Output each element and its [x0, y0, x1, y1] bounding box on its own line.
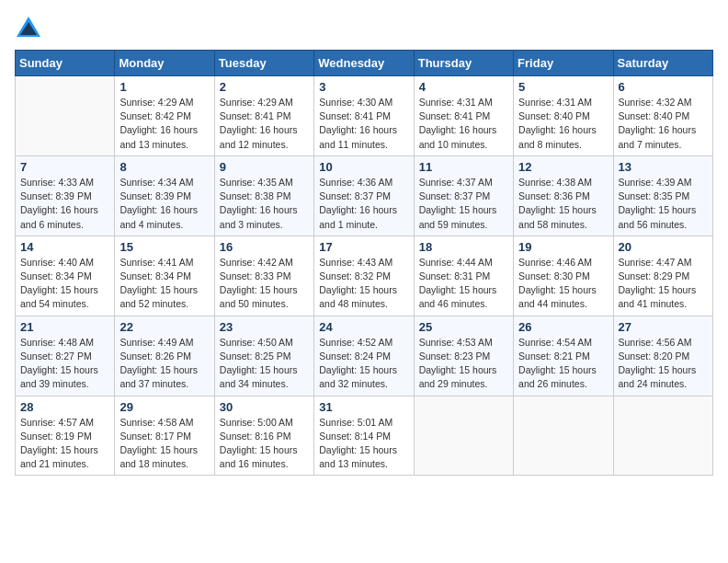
day-info: Sunrise: 4:38 AMSunset: 8:36 PMDaylight:… [518, 176, 608, 232]
day-info: Sunrise: 4:56 AMSunset: 8:20 PMDaylight:… [619, 336, 708, 392]
header-cell-tuesday: Tuesday [214, 51, 313, 76]
day-info: Sunrise: 4:31 AMSunset: 8:41 PMDaylight:… [419, 96, 508, 152]
day-info: Sunrise: 4:52 AMSunset: 8:24 PMDaylight:… [319, 336, 408, 392]
calendar-cell [514, 396, 613, 476]
day-number: 17 [319, 240, 408, 254]
calendar-week-row: 14Sunrise: 4:40 AMSunset: 8:34 PMDayligh… [16, 236, 713, 316]
day-number: 4 [419, 80, 508, 94]
calendar-week-row: 21Sunrise: 4:48 AMSunset: 8:27 PMDayligh… [16, 316, 713, 396]
day-number: 13 [619, 160, 708, 174]
day-info: Sunrise: 4:50 AMSunset: 8:25 PMDaylight:… [220, 336, 309, 392]
calendar-body: 1Sunrise: 4:29 AMSunset: 8:42 PMDaylight… [16, 76, 713, 476]
calendar-cell: 10Sunrise: 4:36 AMSunset: 8:37 PMDayligh… [314, 155, 414, 236]
calendar-cell: 21Sunrise: 4:48 AMSunset: 8:27 PMDayligh… [16, 316, 115, 396]
calendar-cell: 15Sunrise: 4:41 AMSunset: 8:34 PMDayligh… [115, 236, 214, 316]
day-info: Sunrise: 4:49 AMSunset: 8:26 PMDaylight:… [119, 336, 209, 392]
day-number: 21 [20, 320, 109, 334]
calendar-cell: 31Sunrise: 5:01 AMSunset: 8:14 PMDayligh… [314, 396, 414, 476]
day-number: 7 [20, 160, 109, 174]
day-number: 5 [518, 80, 608, 94]
day-info: Sunrise: 5:00 AMSunset: 8:16 PMDaylight:… [220, 416, 309, 472]
calendar-cell: 18Sunrise: 4:44 AMSunset: 8:31 PMDayligh… [414, 236, 513, 316]
day-number: 9 [220, 160, 309, 174]
day-number: 19 [518, 240, 608, 254]
day-info: Sunrise: 4:39 AMSunset: 8:35 PMDaylight:… [619, 176, 708, 232]
calendar-cell: 17Sunrise: 4:43 AMSunset: 8:32 PMDayligh… [314, 236, 414, 316]
day-number: 31 [319, 400, 408, 414]
day-number: 25 [419, 320, 508, 334]
calendar-cell: 27Sunrise: 4:56 AMSunset: 8:20 PMDayligh… [613, 316, 712, 396]
day-number: 16 [220, 240, 309, 254]
day-number: 27 [619, 320, 708, 334]
calendar-cell: 22Sunrise: 4:49 AMSunset: 8:26 PMDayligh… [115, 316, 214, 396]
calendar-week-row: 1Sunrise: 4:29 AMSunset: 8:42 PMDaylight… [16, 76, 713, 156]
calendar-table: SundayMondayTuesdayWednesdayThursdayFrid… [15, 50, 713, 476]
page-header [15, 15, 713, 42]
calendar-cell: 20Sunrise: 4:47 AMSunset: 8:29 PMDayligh… [613, 236, 712, 316]
day-info: Sunrise: 4:30 AMSunset: 8:41 PMDaylight:… [319, 96, 408, 152]
day-info: Sunrise: 4:47 AMSunset: 8:29 PMDaylight:… [619, 256, 708, 312]
calendar-cell: 24Sunrise: 4:52 AMSunset: 8:24 PMDayligh… [314, 316, 414, 396]
header-cell-wednesday: Wednesday [314, 51, 414, 76]
day-info: Sunrise: 4:41 AMSunset: 8:34 PMDaylight:… [119, 256, 209, 312]
day-info: Sunrise: 4:42 AMSunset: 8:33 PMDaylight:… [220, 256, 309, 312]
day-number: 18 [419, 240, 508, 254]
day-number: 10 [319, 160, 408, 174]
calendar-cell [613, 396, 712, 476]
day-number: 3 [319, 80, 408, 94]
calendar-cell: 14Sunrise: 4:40 AMSunset: 8:34 PMDayligh… [16, 236, 115, 316]
calendar-cell: 9Sunrise: 4:35 AMSunset: 8:38 PMDaylight… [214, 155, 313, 236]
day-info: Sunrise: 4:37 AMSunset: 8:37 PMDaylight:… [419, 176, 508, 232]
calendar-cell: 29Sunrise: 4:58 AMSunset: 8:17 PMDayligh… [115, 396, 214, 476]
header-cell-saturday: Saturday [613, 51, 712, 76]
day-info: Sunrise: 4:32 AMSunset: 8:40 PMDaylight:… [619, 96, 708, 152]
calendar-cell: 4Sunrise: 4:31 AMSunset: 8:41 PMDaylight… [414, 76, 513, 156]
day-number: 20 [619, 240, 708, 254]
day-number: 11 [419, 160, 508, 174]
calendar-cell: 5Sunrise: 4:31 AMSunset: 8:40 PMDaylight… [514, 76, 613, 156]
day-info: Sunrise: 4:48 AMSunset: 8:27 PMDaylight:… [20, 336, 109, 392]
calendar-week-row: 7Sunrise: 4:33 AMSunset: 8:39 PMDaylight… [16, 155, 713, 236]
calendar-cell: 6Sunrise: 4:32 AMSunset: 8:40 PMDaylight… [613, 76, 712, 156]
calendar-header: SundayMondayTuesdayWednesdayThursdayFrid… [16, 51, 713, 76]
calendar-cell: 28Sunrise: 4:57 AMSunset: 8:19 PMDayligh… [16, 396, 115, 476]
calendar-week-row: 28Sunrise: 4:57 AMSunset: 8:19 PMDayligh… [16, 396, 713, 476]
logo [15, 15, 46, 42]
calendar-cell: 16Sunrise: 4:42 AMSunset: 8:33 PMDayligh… [214, 236, 313, 316]
calendar-cell: 25Sunrise: 4:53 AMSunset: 8:23 PMDayligh… [414, 316, 513, 396]
calendar-cell: 1Sunrise: 4:29 AMSunset: 8:42 PMDaylight… [115, 76, 214, 156]
day-info: Sunrise: 4:35 AMSunset: 8:38 PMDaylight:… [220, 176, 309, 232]
day-number: 23 [220, 320, 309, 334]
day-number: 14 [20, 240, 109, 254]
day-info: Sunrise: 4:40 AMSunset: 8:34 PMDaylight:… [20, 256, 109, 312]
day-info: Sunrise: 4:34 AMSunset: 8:39 PMDaylight:… [119, 176, 209, 232]
calendar-cell: 7Sunrise: 4:33 AMSunset: 8:39 PMDaylight… [16, 155, 115, 236]
day-info: Sunrise: 4:57 AMSunset: 8:19 PMDaylight:… [20, 416, 109, 472]
calendar-cell: 11Sunrise: 4:37 AMSunset: 8:37 PMDayligh… [414, 155, 513, 236]
header-cell-sunday: Sunday [16, 51, 115, 76]
day-number: 6 [619, 80, 708, 94]
day-info: Sunrise: 4:33 AMSunset: 8:39 PMDaylight:… [20, 176, 109, 232]
day-info: Sunrise: 4:54 AMSunset: 8:21 PMDaylight:… [518, 336, 608, 392]
day-info: Sunrise: 4:31 AMSunset: 8:40 PMDaylight:… [518, 96, 608, 152]
day-info: Sunrise: 4:29 AMSunset: 8:42 PMDaylight:… [119, 96, 209, 152]
header-cell-monday: Monday [115, 51, 214, 76]
logo-icon [15, 15, 42, 42]
day-number: 12 [518, 160, 608, 174]
day-info: Sunrise: 4:36 AMSunset: 8:37 PMDaylight:… [319, 176, 408, 232]
calendar-cell: 12Sunrise: 4:38 AMSunset: 8:36 PMDayligh… [514, 155, 613, 236]
calendar-cell: 30Sunrise: 5:00 AMSunset: 8:16 PMDayligh… [214, 396, 313, 476]
day-number: 2 [220, 80, 309, 94]
day-info: Sunrise: 4:44 AMSunset: 8:31 PMDaylight:… [419, 256, 508, 312]
calendar-cell: 8Sunrise: 4:34 AMSunset: 8:39 PMDaylight… [115, 155, 214, 236]
header-cell-friday: Friday [514, 51, 613, 76]
day-number: 1 [119, 80, 209, 94]
calendar-cell: 26Sunrise: 4:54 AMSunset: 8:21 PMDayligh… [514, 316, 613, 396]
day-info: Sunrise: 4:58 AMSunset: 8:17 PMDaylight:… [119, 416, 209, 472]
calendar-cell: 19Sunrise: 4:46 AMSunset: 8:30 PMDayligh… [514, 236, 613, 316]
day-info: Sunrise: 4:53 AMSunset: 8:23 PMDaylight:… [419, 336, 508, 392]
calendar-cell: 23Sunrise: 4:50 AMSunset: 8:25 PMDayligh… [214, 316, 313, 396]
calendar-cell: 3Sunrise: 4:30 AMSunset: 8:41 PMDaylight… [314, 76, 414, 156]
header-row: SundayMondayTuesdayWednesdayThursdayFrid… [16, 51, 713, 76]
calendar-cell: 2Sunrise: 4:29 AMSunset: 8:41 PMDaylight… [214, 76, 313, 156]
